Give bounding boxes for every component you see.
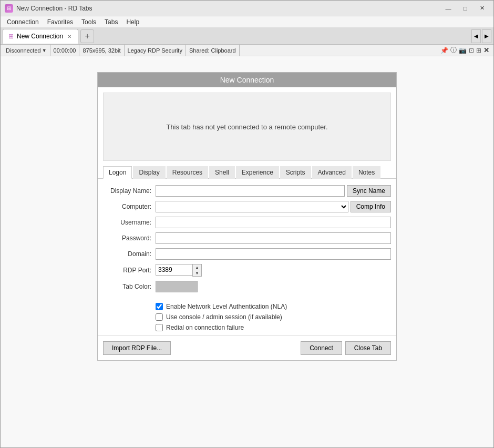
menu-connection[interactable]: Connection bbox=[3, 17, 43, 27]
bottom-bar: Import RDP File... Connect Close Tab bbox=[98, 335, 396, 360]
comp-info-button[interactable]: Comp Info bbox=[351, 201, 391, 212]
menu-bar: Connection Favorites Tools Tabs Help bbox=[1, 16, 493, 28]
tab-notes[interactable]: Notes bbox=[353, 166, 380, 179]
computer-row: Computer: Comp Info bbox=[103, 201, 391, 212]
console-label[interactable]: Use console / admin session (if availabl… bbox=[166, 313, 282, 321]
checkboxes-section: Enable Network Level Authentication (NLA… bbox=[156, 303, 396, 331]
password-input[interactable] bbox=[156, 232, 391, 244]
new-tab-button[interactable]: + bbox=[80, 29, 94, 43]
redial-label[interactable]: Redial on connection failure bbox=[166, 324, 244, 331]
copy-icon[interactable]: ⊡ bbox=[469, 47, 474, 54]
form-content: Display Name: Sync Name Computer: Comp I… bbox=[98, 179, 396, 303]
tab-advanced[interactable]: Advanced bbox=[312, 166, 352, 179]
config-tabs: Logon Display Resources Shell Experience… bbox=[98, 166, 396, 179]
tab-label: New Connection bbox=[17, 33, 63, 40]
nla-checkbox[interactable] bbox=[156, 303, 163, 310]
main-content: New Connection This tab has not yet conn… bbox=[1, 56, 493, 448]
rdp-port-input[interactable] bbox=[156, 264, 192, 276]
console-row: Use console / admin session (if availabl… bbox=[156, 313, 396, 321]
menu-help[interactable]: Help bbox=[122, 17, 143, 27]
display-name-label: Display Name: bbox=[103, 187, 156, 195]
port-arrows: ▲ ▼ bbox=[192, 264, 202, 277]
status-close-icon[interactable]: ✕ bbox=[483, 46, 489, 54]
tab-nav-right-btn[interactable]: ▶ bbox=[482, 29, 491, 43]
username-label: Username: bbox=[103, 219, 156, 226]
tab-color-label: Tab Color: bbox=[103, 283, 156, 290]
tab-color-swatch[interactable] bbox=[156, 281, 198, 292]
app-icon: ⊞ bbox=[5, 4, 13, 13]
redial-row: Redial on connection failure bbox=[156, 324, 396, 331]
menu-tools[interactable]: Tools bbox=[77, 17, 100, 27]
maximize-button[interactable]: □ bbox=[458, 3, 472, 14]
minimize-button[interactable]: — bbox=[441, 3, 456, 14]
tab-nav-left[interactable]: ◀ bbox=[471, 29, 481, 43]
tab-display[interactable]: Display bbox=[133, 166, 165, 179]
info-icon[interactable]: ⓘ bbox=[450, 46, 457, 55]
window-controls: — □ ✕ bbox=[441, 3, 489, 14]
password-row: Password: bbox=[103, 232, 391, 244]
nla-label[interactable]: Enable Network Level Authentication (NLA… bbox=[166, 303, 287, 310]
right-buttons: Connect Close Tab bbox=[301, 341, 391, 355]
status-timer: 00:00:00 bbox=[50, 45, 80, 56]
display-name-input[interactable] bbox=[156, 185, 345, 197]
redial-checkbox[interactable] bbox=[156, 324, 163, 331]
computer-input[interactable] bbox=[156, 201, 348, 212]
tab-color-row: Tab Color: bbox=[103, 281, 391, 292]
domain-input[interactable] bbox=[156, 248, 391, 260]
tab-scripts[interactable]: Scripts bbox=[280, 166, 311, 179]
expand-icon[interactable]: ⊞ bbox=[476, 47, 481, 54]
tab-logon[interactable]: Logon bbox=[103, 166, 132, 179]
display-name-row: Display Name: Sync Name bbox=[103, 185, 391, 197]
tab-close-button[interactable]: ✕ bbox=[66, 34, 73, 39]
nla-row: Enable Network Level Authentication (NLA… bbox=[156, 303, 396, 310]
connection-status[interactable]: Disconnected ▼ bbox=[3, 45, 50, 56]
status-shared: Shared: Clipboard bbox=[186, 45, 240, 56]
sync-name-button[interactable]: Sync Name bbox=[347, 185, 391, 197]
tab-new-connection[interactable]: ⊞ New Connection ✕ bbox=[3, 29, 78, 44]
username-input[interactable] bbox=[156, 217, 391, 228]
menu-tabs[interactable]: Tabs bbox=[100, 17, 122, 27]
rdp-port-row: RDP Port: ▲ ▼ bbox=[103, 264, 391, 277]
connection-panel: New Connection This tab has not yet conn… bbox=[97, 72, 397, 361]
close-tab-button[interactable]: Close Tab bbox=[345, 341, 391, 355]
close-button[interactable]: ✕ bbox=[475, 3, 489, 14]
status-security: Legacy RDP Security bbox=[125, 45, 186, 56]
import-rdp-button[interactable]: Import RDP File... bbox=[103, 341, 171, 355]
domain-label: Domain: bbox=[103, 250, 156, 258]
window-title: New Connection - RD Tabs bbox=[16, 5, 441, 12]
rdp-port-spinner: ▲ ▼ bbox=[156, 264, 202, 277]
screenshot-icon[interactable]: 📷 bbox=[459, 47, 467, 54]
port-down-arrow[interactable]: ▼ bbox=[193, 270, 201, 276]
computer-label: Computer: bbox=[103, 203, 156, 210]
preview-text: This tab has not yet connected to a remo… bbox=[166, 123, 327, 131]
status-resolution: 875x695, 32bit bbox=[79, 45, 124, 56]
username-row: Username: bbox=[103, 217, 391, 228]
tab-experience[interactable]: Experience bbox=[236, 166, 279, 179]
panel-title: New Connection bbox=[98, 73, 396, 87]
tab-icon: ⊞ bbox=[8, 33, 14, 40]
menu-favorites[interactable]: Favorites bbox=[43, 17, 77, 27]
connection-preview: This tab has not yet connected to a remo… bbox=[103, 93, 391, 161]
port-up-arrow[interactable]: ▲ bbox=[193, 264, 201, 270]
password-label: Password: bbox=[103, 235, 156, 242]
tab-bar: ⊞ New Connection ✕ + ◀ ▶ bbox=[1, 28, 493, 45]
title-bar: ⊞ New Connection - RD Tabs — □ ✕ bbox=[1, 1, 493, 16]
tab-navigation: ◀ ▶ bbox=[471, 29, 491, 43]
pin-icon[interactable]: 📌 bbox=[440, 47, 448, 54]
tab-resources[interactable]: Resources bbox=[167, 166, 208, 179]
status-icons: 📌 ⓘ 📷 ⊡ ⊞ ✕ bbox=[440, 46, 491, 55]
connect-button[interactable]: Connect bbox=[301, 341, 342, 355]
status-bar: Disconnected ▼ 00:00:00 875x695, 32bit L… bbox=[1, 45, 493, 56]
console-checkbox[interactable] bbox=[156, 313, 163, 321]
tab-shell[interactable]: Shell bbox=[209, 166, 235, 179]
domain-row: Domain: bbox=[103, 248, 391, 260]
rdp-port-label: RDP Port: bbox=[103, 267, 156, 274]
